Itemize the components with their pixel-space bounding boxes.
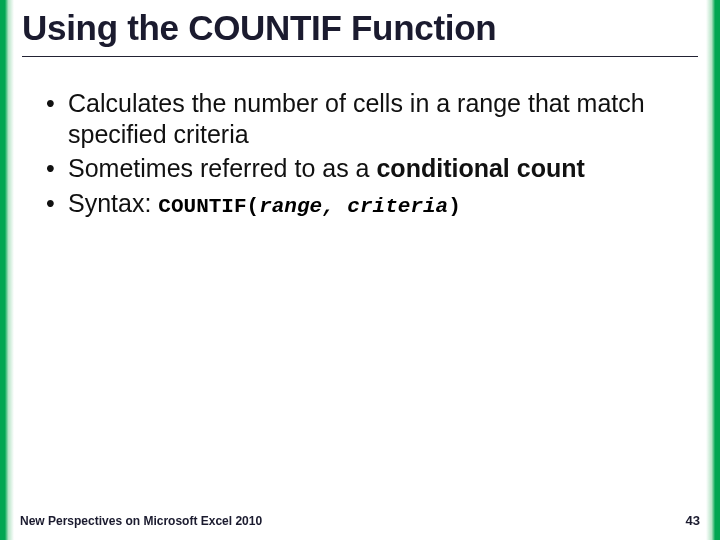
slide: Using the COUNTIF Function Calculates th… (0, 0, 720, 540)
syntax-func-close: ) (448, 195, 461, 218)
bullet-text-pre: Sometimes referred to as a (68, 154, 376, 182)
page-number: 43 (686, 513, 700, 528)
syntax-label: Syntax: (68, 189, 158, 217)
bullet-item-3: Syntax: COUNTIF(range, criteria) (40, 188, 684, 220)
syntax-func-open: COUNTIF( (158, 195, 259, 218)
bullet-text-bold: conditional count (376, 154, 584, 182)
syntax-args: range, criteria (259, 195, 448, 218)
footer-source: New Perspectives on Microsoft Excel 2010 (20, 514, 262, 528)
bullet-list: Calculates the number of cells in a rang… (40, 88, 684, 219)
bullet-text: Calculates the number of cells in a rang… (68, 89, 645, 148)
title-block: Using the COUNTIF Function (22, 8, 698, 57)
decorative-border-left (0, 0, 14, 540)
bullet-item-1: Calculates the number of cells in a rang… (40, 88, 684, 149)
decorative-border-right (706, 0, 720, 540)
slide-title: Using the COUNTIF Function (22, 8, 698, 54)
title-underline (22, 56, 698, 57)
bullet-item-2: Sometimes referred to as a conditional c… (40, 153, 684, 184)
body-content: Calculates the number of cells in a rang… (40, 88, 684, 223)
